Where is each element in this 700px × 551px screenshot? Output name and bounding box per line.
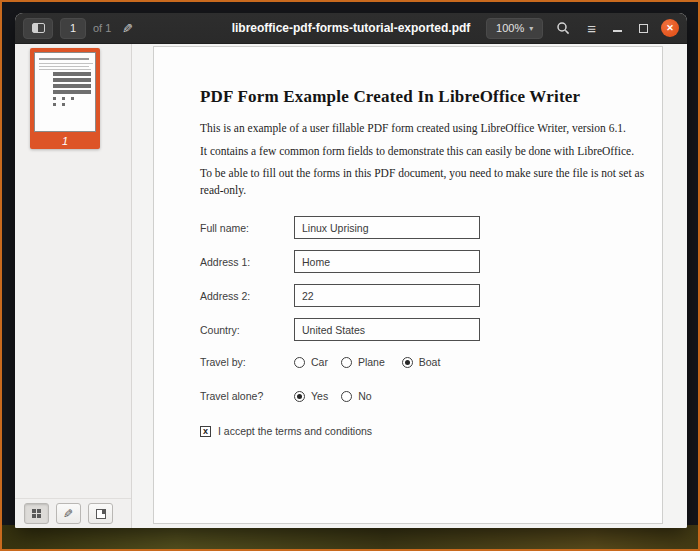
field-label: Travel alone? xyxy=(200,390,294,402)
radio-no[interactable] xyxy=(341,391,352,402)
titlebar-right-controls: 100% ▾ ≡ ✕ xyxy=(486,18,679,39)
page-thumbnail[interactable]: 1 xyxy=(30,48,100,149)
country-field[interactable] xyxy=(294,318,480,341)
pdf-page: PDF Form Example Created In LibreOffice … xyxy=(153,46,663,524)
travel-alone-options: Yes No xyxy=(294,390,385,402)
radio-option-plane[interactable]: Plane xyxy=(341,356,385,368)
radio-label: Yes xyxy=(311,390,328,402)
field-label: Address 1: xyxy=(200,256,294,268)
search-icon xyxy=(556,21,570,35)
minimize-button[interactable] xyxy=(609,18,626,39)
thumbnails-view-button[interactable] xyxy=(24,503,49,524)
address-1-field[interactable] xyxy=(294,250,480,273)
radio-plane[interactable] xyxy=(341,357,352,368)
menu-button[interactable]: ≡ xyxy=(583,18,600,39)
sidebar-toolbar: ✎ xyxy=(15,498,131,528)
form-row-travel-alone: Travel alone? Yes No xyxy=(200,390,385,402)
chevron-down-icon: ▾ xyxy=(529,24,533,33)
titlebar: 1 of 1 ✎ libreoffice-pdf-forms-tutorial-… xyxy=(15,13,687,44)
address-2-field[interactable] xyxy=(294,284,480,307)
close-icon: ✕ xyxy=(666,23,674,33)
thumbnail-preview xyxy=(34,52,96,132)
radio-label: No xyxy=(358,390,371,402)
pen-icon: ✎ xyxy=(122,21,133,36)
sidebar-toggle-button[interactable] xyxy=(23,18,53,39)
window-body: 1 ✎ PDF Form Example Creat xyxy=(15,44,687,528)
radio-car[interactable] xyxy=(294,357,305,368)
form-row-travel-by: Travel by: Car Plane xyxy=(200,356,453,368)
page-number-input[interactable]: 1 xyxy=(60,18,86,39)
radio-option-yes[interactable]: Yes xyxy=(294,390,328,402)
radio-label: Plane xyxy=(358,356,385,368)
form-row-terms: x I accept the terms and conditions xyxy=(200,425,372,437)
document-paragraph: It contains a few common form fields to … xyxy=(200,143,652,160)
desktop-wallpaper-grass xyxy=(2,525,698,549)
maximize-button[interactable] xyxy=(635,18,652,39)
full-name-field[interactable] xyxy=(294,216,480,239)
field-label: Travel by: xyxy=(200,356,294,368)
hamburger-menu-icon: ≡ xyxy=(587,21,596,36)
form-row-address-1: Address 1: xyxy=(200,250,480,273)
close-button[interactable]: ✕ xyxy=(661,19,679,37)
thumbnail-page-label: 1 xyxy=(34,132,96,149)
radio-label: Boat xyxy=(419,356,441,368)
search-button[interactable] xyxy=(552,18,574,39)
annotate-button[interactable]: ✎ xyxy=(118,18,137,39)
document-paragraph: To be able to fill out the forms in this… xyxy=(200,165,652,200)
radio-boat[interactable] xyxy=(402,357,413,368)
form-row-full-name: Full name: xyxy=(200,216,480,239)
travel-by-options: Car Plane Boat xyxy=(294,356,453,368)
field-label: Country: xyxy=(200,324,294,336)
minimize-icon xyxy=(613,30,622,32)
bookmark-icon xyxy=(96,509,106,519)
document-title: PDF Form Example Created In LibreOffice … xyxy=(200,87,580,107)
terms-checkbox[interactable]: x xyxy=(200,426,211,437)
document-paragraph: This is an example of a user fillable PD… xyxy=(200,120,652,137)
radio-label: Car xyxy=(311,356,328,368)
thumbnails-grid-icon xyxy=(32,509,41,518)
thumbnail-title-line xyxy=(39,58,89,60)
page-count-label: of 1 xyxy=(93,22,111,34)
form-row-country: Country: xyxy=(200,318,480,341)
bookmarks-view-button[interactable] xyxy=(88,503,113,524)
titlebar-left-controls: 1 of 1 ✎ xyxy=(23,18,137,39)
document-viewer-window: 1 of 1 ✎ libreoffice-pdf-forms-tutorial-… xyxy=(15,13,687,528)
annotations-view-button[interactable]: ✎ xyxy=(56,503,81,524)
maximize-icon xyxy=(639,24,648,33)
radio-option-no[interactable]: No xyxy=(341,390,371,402)
desktop: 1 of 1 ✎ libreoffice-pdf-forms-tutorial-… xyxy=(0,0,700,551)
annotation-pen-icon: ✎ xyxy=(63,507,73,521)
radio-option-car[interactable]: Car xyxy=(294,356,328,368)
field-label: Full name: xyxy=(200,222,294,234)
zoom-level-dropdown[interactable]: 100% ▾ xyxy=(486,18,543,39)
field-label: Address 2: xyxy=(200,290,294,302)
terms-label: I accept the terms and conditions xyxy=(218,425,372,437)
checkbox-mark-icon: x xyxy=(203,427,208,436)
sidebar-toggle-icon xyxy=(32,23,45,33)
radio-yes[interactable] xyxy=(294,391,305,402)
zoom-level-value: 100% xyxy=(496,22,524,34)
radio-option-boat[interactable]: Boat xyxy=(402,356,441,368)
thumbnails-sidebar: 1 ✎ xyxy=(15,44,132,528)
document-view[interactable]: PDF Form Example Created In LibreOffice … xyxy=(132,44,687,528)
form-row-address-2: Address 2: xyxy=(200,284,480,307)
